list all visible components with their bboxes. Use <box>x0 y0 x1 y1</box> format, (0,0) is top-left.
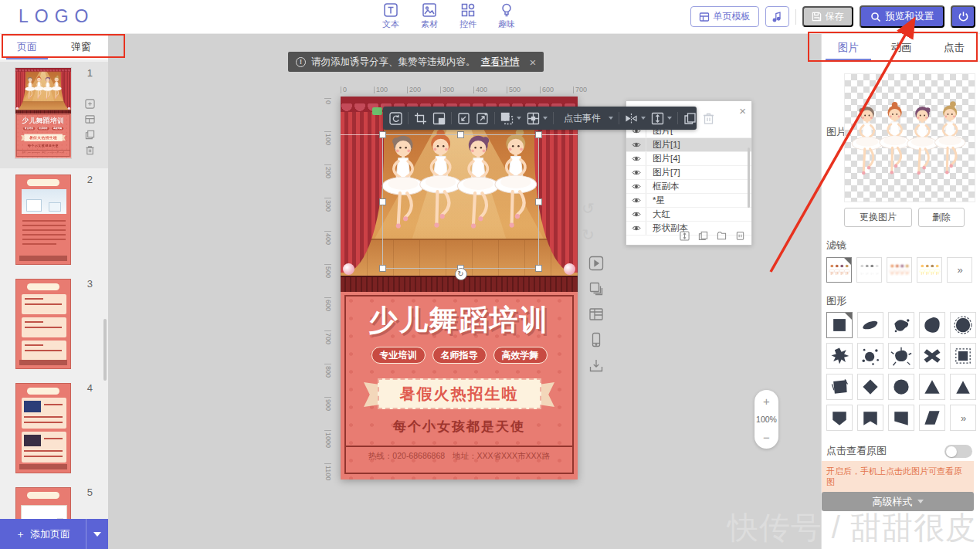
pill-2[interactable]: 名师指导 <box>37 127 49 130</box>
shape-option-grunge-circle[interactable] <box>950 312 976 338</box>
shape-option-drip-splat[interactable] <box>857 343 883 369</box>
filter-blur[interactable] <box>887 257 912 283</box>
add-page-button[interactable]: ＋ 添加页面 <box>0 519 108 549</box>
resize-icon[interactable] <box>432 112 446 125</box>
layers-stack-icon[interactable] <box>588 281 604 297</box>
eye-icon[interactable] <box>626 194 646 207</box>
resize-handle-se[interactable] <box>535 265 542 272</box>
undo-icon[interactable]: ↺ <box>582 199 595 218</box>
tab-click[interactable]: 点击 <box>927 34 980 61</box>
chevron-down-icon[interactable] <box>667 117 672 120</box>
pill-3[interactable]: 高效学舞 <box>51 127 63 130</box>
layer-row[interactable]: *星 <box>626 194 751 208</box>
download-icon[interactable] <box>588 358 604 373</box>
delete-image-button[interactable]: 删除 <box>918 208 965 227</box>
advanced-style-button[interactable]: 高级样式 <box>822 492 974 511</box>
resize-handle-nw[interactable] <box>379 131 386 138</box>
redo-icon[interactable]: ↻ <box>582 225 595 244</box>
ballet-dancers-image[interactable] <box>25 73 63 100</box>
pill-2[interactable]: 名师指导 <box>432 347 487 364</box>
zoom-in-button[interactable]: + <box>763 395 770 407</box>
delete-icon[interactable] <box>702 112 715 125</box>
shape-option-brush-stroke[interactable] <box>857 312 883 338</box>
page-item-2[interactable]: 2 <box>0 168 108 273</box>
poster-hotline[interactable]: 热线：020-68686868 <box>368 451 445 462</box>
zoom-out-button[interactable]: − <box>763 432 770 443</box>
page-item-1[interactable]: 少儿舞蹈培训 专业培训 名师指导 高效学舞 暑假火热招生啦 每个小女孩都是天使 … <box>0 62 108 168</box>
poster-address[interactable]: 地址：XXX省XXX市XXX路 <box>42 151 65 154</box>
poster-subtitle[interactable]: 每个小女孩都是天使 <box>15 144 71 147</box>
ballet-dancers-image[interactable] <box>849 94 970 181</box>
play-icon[interactable] <box>588 256 604 271</box>
poster-banner[interactable]: 暑假火热招生啦 <box>24 134 63 141</box>
poster-subtitle[interactable]: 每个小女孩都是天使 <box>341 418 578 435</box>
tool-material[interactable]: 素材 <box>414 2 445 30</box>
shape-option-parallelogram[interactable] <box>919 405 945 431</box>
shape-option-triangle[interactable] <box>919 374 945 400</box>
distribute-icon[interactable] <box>680 231 690 241</box>
shape-option-rough-square[interactable] <box>826 374 853 400</box>
eye-icon[interactable] <box>626 180 646 193</box>
copy-icon[interactable] <box>85 130 95 140</box>
rotate-handle[interactable]: ↻ <box>455 268 467 280</box>
shape-option-circle[interactable] <box>888 374 914 400</box>
crop-icon[interactable] <box>414 112 427 125</box>
shape-option-banner-flag[interactable] <box>857 405 883 431</box>
send-backward-icon[interactable] <box>457 112 470 125</box>
poster-address[interactable]: 地址：XXX省XXX市XXX路 <box>453 451 550 462</box>
filter-yellow[interactable] <box>917 257 942 283</box>
resize-handle-sw[interactable] <box>379 265 386 272</box>
tool-text[interactable]: 文本 <box>375 2 406 30</box>
tab-popup[interactable]: 弹窗 <box>54 34 108 59</box>
shape-option-notch-flag[interactable] <box>888 405 914 431</box>
eye-icon[interactable] <box>626 208 646 221</box>
tool-widget[interactable]: 控件 <box>453 2 483 30</box>
close-icon[interactable]: × <box>530 56 537 69</box>
poster-title[interactable]: 少儿舞蹈培训 <box>341 301 578 340</box>
chevron-down-icon[interactable] <box>543 117 548 120</box>
shape-option-ink-splat[interactable] <box>888 343 914 369</box>
layer-row[interactable]: 图片[4] <box>626 152 751 166</box>
pill-3[interactable]: 高效学舞 <box>493 347 548 364</box>
phone-icon[interactable] <box>588 332 604 347</box>
folder-icon[interactable] <box>717 231 727 241</box>
page-2-thumbnail[interactable] <box>15 175 71 265</box>
resize-handle-e[interactable] <box>535 198 542 205</box>
tab-animation[interactable]: 动画 <box>875 34 928 61</box>
view-original-toggle[interactable] <box>944 445 972 458</box>
eye-icon[interactable] <box>626 222 646 235</box>
eye-icon[interactable] <box>626 166 646 179</box>
close-icon[interactable]: × <box>739 104 746 117</box>
resize-handle-w[interactable] <box>379 198 386 205</box>
template-card-icon[interactable] <box>85 114 95 124</box>
layout-grid-icon[interactable] <box>588 307 604 322</box>
poster-hotline[interactable]: 热线：020-68686868 <box>22 151 39 154</box>
notice-detail-link[interactable]: 查看详情 <box>481 56 520 69</box>
pill-1[interactable]: 专业培训 <box>371 347 426 364</box>
page-5-thumbnail[interactable] <box>15 487 71 519</box>
align-icon[interactable] <box>527 112 540 125</box>
resize-handle-ne[interactable] <box>535 131 542 138</box>
poster-banner[interactable]: 暑假火热招生啦 <box>378 378 541 409</box>
pill-1[interactable]: 专业培训 <box>22 127 35 130</box>
replace-image-button[interactable]: 更换图片 <box>844 208 912 227</box>
page-1-thumbnail[interactable]: 少儿舞蹈培训 专业培训 名师指导 高效学舞 暑假火热招生啦 每个小女孩都是天使 … <box>15 68 71 158</box>
page-3-thumbnail[interactable] <box>15 279 71 369</box>
selection-box[interactable]: ↻ <box>382 134 539 269</box>
page-4-thumbnail[interactable] <box>15 383 71 473</box>
preview-settings-button[interactable]: 预览和设置 <box>860 5 945 28</box>
duplicate-icon[interactable] <box>683 112 697 125</box>
flip-horizontal-icon[interactable] <box>625 112 638 125</box>
tool-fun[interactable]: 趣味 <box>491 2 522 30</box>
sidebar-scrollbar[interactable] <box>103 319 107 381</box>
power-button[interactable] <box>951 5 975 28</box>
poster-canvas[interactable]: 少儿舞蹈培训 专业培训 名师指导 高效学舞 暑假火热招生啦 每个小女孩都是天使 … <box>15 68 71 158</box>
save-button[interactable]: 保存 <box>802 6 853 27</box>
filters-more-button[interactable]: » <box>947 257 972 283</box>
tab-page[interactable]: 页面 <box>0 34 54 59</box>
trash-icon[interactable] <box>85 145 95 155</box>
filter-original[interactable] <box>826 257 852 283</box>
shape-option-ink-blobs[interactable] <box>888 312 914 338</box>
chevron-down-icon[interactable] <box>517 117 521 120</box>
shape-option-pentagon-flag[interactable] <box>826 405 853 431</box>
